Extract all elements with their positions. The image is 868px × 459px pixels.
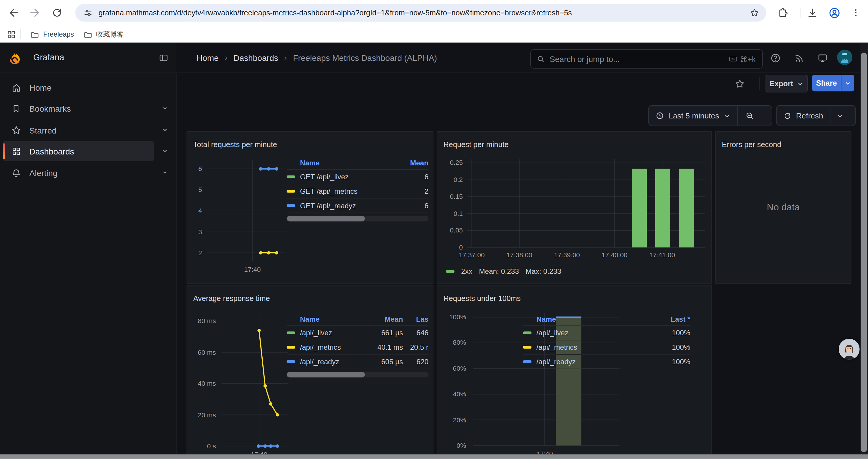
screen: grafana.mathmast.com/d/deytv4rwavabkb/fr… xyxy=(0,0,868,459)
chevron-down-icon[interactable] xyxy=(159,145,170,157)
kiosk-mode-button[interactable] xyxy=(815,51,830,66)
browser-menu-button[interactable] xyxy=(848,5,864,21)
legend-scrollbar[interactable] xyxy=(287,372,429,378)
refresh-icon xyxy=(783,112,792,120)
y-tick-label: 0 s xyxy=(207,442,216,450)
legend-row[interactable]: /api/_metrics 100% xyxy=(523,340,690,355)
breadcrumb-dashboards[interactable]: Dashboards xyxy=(234,53,278,62)
search-input[interactable]: Search or jump to... ⌘+k xyxy=(530,49,763,69)
home-icon xyxy=(11,82,22,93)
vertical-scrollbar[interactable] xyxy=(860,42,868,459)
browser-forward-button[interactable] xyxy=(27,4,43,21)
chevron-down-icon[interactable] xyxy=(159,167,170,178)
x-tick-label: 17:37:00 xyxy=(459,251,485,259)
plot-area[interactable] xyxy=(221,314,288,446)
active-indicator xyxy=(3,143,5,159)
legend-row[interactable]: /api/_readyz 100% xyxy=(523,355,690,369)
legend-col-name[interactable]: Name xyxy=(300,315,368,323)
sidebar-item-home[interactable]: Home xyxy=(3,77,154,97)
browser-profile-button[interactable] xyxy=(826,5,842,21)
series-color-chip xyxy=(523,346,531,349)
y-tick-label: 3 xyxy=(198,228,202,236)
x-axis: 17:37:0017:38:0017:39:0017:40:0017:41:00 xyxy=(467,249,705,259)
data-point xyxy=(264,384,267,388)
data-point xyxy=(276,445,279,448)
url-text[interactable]: grafana.mathmast.com/d/deytv4rwavabkb/fr… xyxy=(99,8,743,17)
address-bar[interactable]: grafana.mathmast.com/d/deytv4rwavabkb/fr… xyxy=(75,4,766,22)
y-tick-label: 100% xyxy=(449,314,466,321)
scrollbar-thumb[interactable] xyxy=(861,53,867,452)
legend-scrollbar[interactable] xyxy=(287,216,429,222)
browser-reload-button[interactable] xyxy=(49,4,65,21)
sidebar-item-starred[interactable]: Starred xyxy=(3,120,154,140)
zoom-out-button[interactable] xyxy=(738,106,762,126)
series-last: 620 xyxy=(403,357,428,366)
sidebar-toggle-button[interactable] xyxy=(158,53,169,63)
sidebar-item-bookmarks[interactable]: Bookmarks xyxy=(3,99,154,119)
user-avatar[interactable] xyxy=(837,49,852,65)
legend-col-name[interactable]: Name xyxy=(300,159,395,167)
series-color-chip xyxy=(446,270,454,273)
sidebar-item-alerting[interactable]: Alerting xyxy=(3,163,154,183)
horizontal-scrollbar[interactable] xyxy=(0,454,868,459)
side-panel-button[interactable] xyxy=(6,30,16,39)
favorite-dashboard-button[interactable] xyxy=(732,76,747,91)
sidebar-item-dashboards[interactable]: Dashboards xyxy=(3,141,154,161)
panel-title: Errors per second xyxy=(722,140,781,149)
plot-area[interactable] xyxy=(467,159,705,248)
toolbar-divider xyxy=(800,8,800,18)
data-point xyxy=(275,251,278,254)
legend-row[interactable]: /api/_readyz 605 µs 620 xyxy=(287,355,429,369)
share-menu-button[interactable] xyxy=(841,75,854,91)
series-mean: 6 xyxy=(395,201,428,210)
legend-col-name[interactable]: Name xyxy=(536,315,655,323)
legend-row[interactable]: GET /api/_metrics 2 xyxy=(287,184,429,199)
forward-arrow-icon xyxy=(29,6,41,19)
time-range-picker[interactable]: Last 5 minutes xyxy=(649,106,737,126)
y-tick-label: 0 xyxy=(459,243,463,251)
refresh-button[interactable]: Refresh xyxy=(777,106,830,126)
series-color-chip xyxy=(287,360,295,363)
chevron-down-icon[interactable] xyxy=(159,103,170,114)
floating-assistant-avatar[interactable] xyxy=(839,339,860,360)
folder-icon xyxy=(30,30,39,39)
legend-row[interactable]: /api/_livez 100% xyxy=(523,326,690,340)
sidebar-item-label: Bookmarks xyxy=(29,104,71,113)
bookmark-folder-blogs[interactable]: 收藏博客 xyxy=(78,28,128,41)
legend-row[interactable]: GET /api/_livez 6 xyxy=(287,170,429,184)
dashboards-grid-icon xyxy=(11,145,22,157)
browser-toolbar: grafana.mathmast.com/d/deytv4rwavabkb/fr… xyxy=(0,0,868,42)
help-button[interactable] xyxy=(768,51,783,66)
bookmark-star-icon[interactable] xyxy=(749,8,760,18)
refresh-interval-button[interactable] xyxy=(831,106,849,126)
clock-icon xyxy=(655,111,664,120)
news-button[interactable] xyxy=(791,51,807,66)
sidebar-item-label: Home xyxy=(29,83,52,92)
legend-inline[interactable]: 2xx Mean: 0.233 Max: 0.233 xyxy=(446,267,561,275)
chevron-down-icon[interactable] xyxy=(159,125,170,136)
browser-back-button[interactable] xyxy=(6,4,22,21)
sidebar-item-label: Alerting xyxy=(29,168,57,177)
data-point xyxy=(257,329,260,332)
downloads-button[interactable] xyxy=(804,5,819,21)
series-color-chip xyxy=(523,332,531,334)
grafana-app: Grafana Home Bookmarks Starred xyxy=(0,42,868,459)
legend-col-last[interactable]: Last * xyxy=(655,315,690,323)
bookmark-folder-freeleaps[interactable]: Freeleaps xyxy=(25,28,78,41)
plot-area[interactable] xyxy=(207,160,286,261)
panel-title: Request per minute xyxy=(443,140,509,149)
legend-row[interactable]: /api/_livez 661 µs 646 xyxy=(287,326,429,340)
grafana-logo[interactable] xyxy=(8,51,21,64)
share-button[interactable]: Share xyxy=(812,75,841,91)
legend-row[interactable]: GET /api/_readyz 6 xyxy=(287,199,429,213)
legend-row[interactable]: /api/_metrics 40.1 ms 20.5 r xyxy=(287,340,429,355)
export-button[interactable]: Export xyxy=(766,75,807,93)
extensions-button[interactable] xyxy=(775,5,790,21)
legend-col-last[interactable]: Las xyxy=(403,315,428,323)
sidebar-item-label: Starred xyxy=(29,125,56,135)
legend-col-mean[interactable]: Mean xyxy=(368,315,403,323)
bookmark-label: Freeleaps xyxy=(43,30,74,38)
series-name: /api/_readyz xyxy=(300,357,368,366)
breadcrumb-home[interactable]: Home xyxy=(196,53,219,62)
legend-col-mean[interactable]: Mean xyxy=(395,159,428,167)
